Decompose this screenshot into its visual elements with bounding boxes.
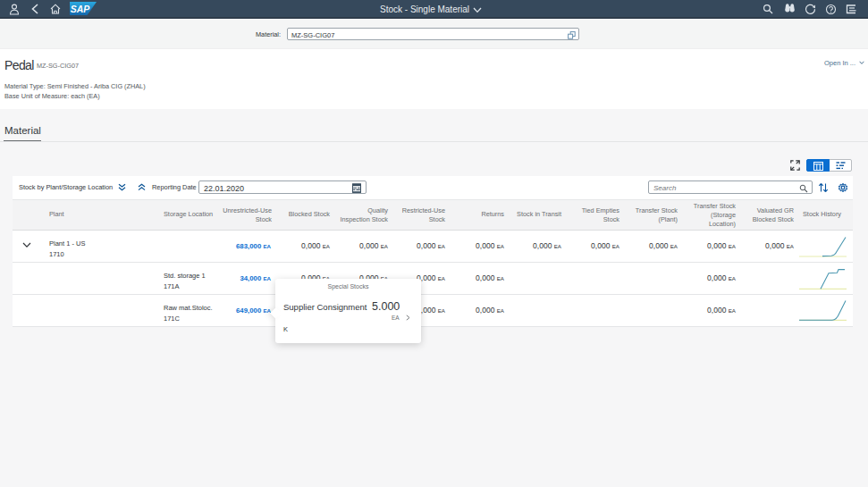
svg-text:SAP: SAP bbox=[71, 4, 91, 14]
